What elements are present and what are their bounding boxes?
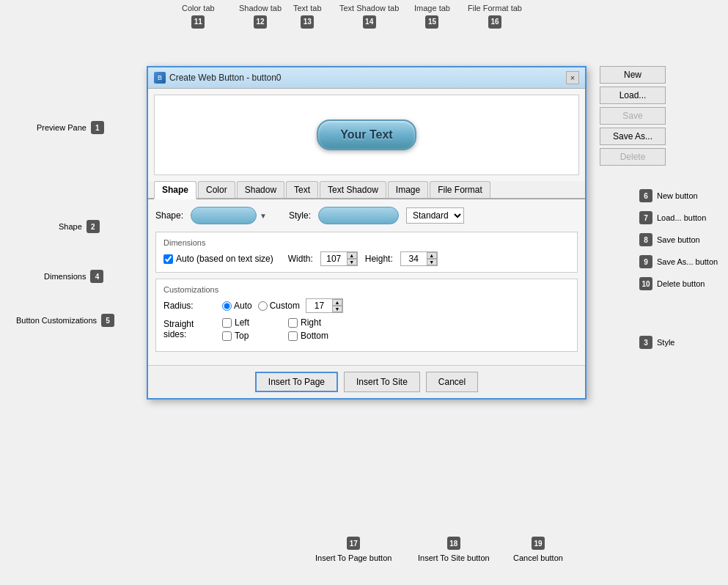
- width-label: Width:: [288, 254, 313, 264]
- text-shadow-tab-label: Text Shadow tab 14: [339, 4, 399, 29]
- right-annotation-style: 3 Style: [639, 336, 674, 349]
- delete-button[interactable]: Delete: [600, 148, 666, 166]
- tab-text-shadow[interactable]: Text Shadow: [320, 181, 386, 198]
- shape-select-wrapper: ▼: [191, 207, 267, 224]
- bottom-annotation-17: 17 Insert To Page button: [315, 537, 391, 563]
- file-format-tab-label: File Format tab 16: [468, 4, 522, 29]
- straight-sides-grid: Left Right Top Bottom: [222, 317, 347, 341]
- right-annotation-new: 6 New button: [639, 189, 698, 202]
- auto-checkbox[interactable]: [163, 254, 173, 264]
- load-button[interactable]: Load...: [600, 87, 666, 104]
- top-checkbox-label[interactable]: Top: [222, 331, 281, 341]
- right-annotation-delete: 10 Delete button: [639, 277, 705, 290]
- tab-content: Shape: ▼ Style: Standard Rounded Square …: [148, 199, 585, 365]
- left-annotation-dimensions: Dimensions 4: [44, 270, 103, 283]
- bottom-checkbox[interactable]: [288, 331, 298, 341]
- style-dropdown[interactable]: Standard Rounded Square: [406, 207, 464, 224]
- dimensions-row: Auto (based on text size) Width: ▲ ▼ Hei…: [163, 251, 570, 266]
- right-annotation-load: 7 Load... button: [639, 211, 706, 224]
- tab-color[interactable]: Color: [198, 181, 235, 198]
- height-spinbox: ▲ ▼: [400, 251, 438, 266]
- preview-pane: Your Text: [154, 95, 579, 175]
- close-button[interactable]: ×: [566, 71, 579, 84]
- bottom-annotation-19: 19 Cancel button: [513, 537, 563, 563]
- shape-preview-button[interactable]: [191, 207, 257, 224]
- tabs-row: Shape Color Shadow Text Text Shadow Imag…: [148, 181, 585, 199]
- right-annotation-save: 8 Save button: [639, 233, 700, 246]
- right-annotation-save-as: 9 Save As... button: [639, 255, 718, 268]
- dimensions-section: Dimensions Auto (based on text size) Wid…: [155, 232, 578, 273]
- shape-dropdown-arrow[interactable]: ▼: [260, 212, 267, 220]
- dialog-title: Create Web Button - button0: [169, 73, 282, 83]
- width-spinbox: ▲ ▼: [320, 251, 358, 266]
- left-annotation-preview: Preview Pane 1: [37, 121, 104, 134]
- cancel-button[interactable]: Cancel: [426, 372, 478, 392]
- straight-sides-label: Straight sides:: [163, 319, 215, 339]
- text-tab-label: Text tab 13: [293, 4, 322, 29]
- dialog-titlebar: B Create Web Button - button0 ×: [148, 67, 585, 89]
- tab-text[interactable]: Text: [286, 181, 318, 198]
- insert-to-page-button[interactable]: Insert To Page: [255, 372, 338, 392]
- top-tab-labels: Color tab 11 Shadow tab 12 Text tab 13 T…: [0, 0, 728, 51]
- radius-down-button[interactable]: ▼: [332, 306, 342, 312]
- radius-custom-label[interactable]: Custom: [258, 301, 300, 311]
- insert-to-site-button[interactable]: Insert To Site: [344, 372, 420, 392]
- height-label: Height:: [365, 254, 393, 264]
- color-tab-label: Color tab 11: [182, 4, 215, 29]
- save-button[interactable]: Save: [600, 107, 666, 125]
- preview-button: Your Text: [317, 119, 416, 150]
- tab-image[interactable]: Image: [388, 181, 428, 198]
- style-select-wrapper: [318, 207, 399, 224]
- dimensions-title: Dimensions: [163, 238, 570, 247]
- shadow-tab-label: Shadow tab 12: [239, 4, 282, 29]
- radius-spinbox: ▲ ▼: [306, 298, 343, 313]
- radius-row: Radius: Auto Custom ▲ ▼: [163, 298, 570, 313]
- height-up-button[interactable]: ▲: [427, 252, 437, 259]
- width-input[interactable]: [321, 253, 347, 265]
- new-button[interactable]: New: [600, 66, 666, 84]
- width-up-button[interactable]: ▲: [347, 252, 357, 259]
- main-dialog: B Create Web Button - button0 × Your Tex…: [147, 66, 587, 400]
- save-as-button[interactable]: Save As...: [600, 128, 666, 145]
- side-panel: New Load... Save Save As... Delete: [600, 66, 666, 166]
- radius-up-button[interactable]: ▲: [332, 299, 342, 306]
- tab-shape[interactable]: Shape: [154, 181, 196, 199]
- style-preview-button[interactable]: [318, 207, 399, 224]
- radius-radio-group: Auto Custom ▲ ▼: [222, 298, 343, 313]
- bottom-annotation-18: 18 Insert To Site button: [418, 537, 490, 563]
- left-annotation-customizations: Button Customizations 5: [16, 314, 114, 327]
- left-checkbox[interactable]: [222, 318, 232, 328]
- width-down-button[interactable]: ▼: [347, 259, 357, 265]
- radius-custom-radio[interactable]: [258, 301, 268, 311]
- right-checkbox[interactable]: [288, 318, 298, 328]
- radius-auto-radio[interactable]: [222, 301, 232, 311]
- shape-label: Shape:: [155, 210, 183, 221]
- radius-label: Radius:: [163, 301, 215, 311]
- straight-sides-row: Straight sides: Left Right Top: [163, 317, 570, 341]
- auto-checkbox-label[interactable]: Auto (based on text size): [163, 254, 273, 264]
- height-input[interactable]: [401, 253, 427, 265]
- height-down-button[interactable]: ▼: [427, 259, 437, 265]
- bottom-checkbox-label[interactable]: Bottom: [288, 331, 347, 341]
- tab-file-format[interactable]: File Format: [430, 181, 490, 198]
- left-annotation-shape: Shape 2: [59, 220, 100, 233]
- radius-input[interactable]: [306, 300, 332, 312]
- shape-row: Shape: ▼ Style: Standard Rounded Square: [155, 207, 578, 224]
- tab-shadow[interactable]: Shadow: [237, 181, 284, 198]
- customizations-title: Customizations: [163, 285, 570, 294]
- dialog-footer: Insert To Page Insert To Site Cancel: [148, 365, 585, 398]
- right-checkbox-label[interactable]: Right: [288, 317, 347, 328]
- left-checkbox-label[interactable]: Left: [222, 317, 281, 328]
- customizations-section: Customizations Radius: Auto Custom: [155, 279, 578, 352]
- dialog-icon: B: [154, 72, 166, 84]
- style-label: Style:: [289, 210, 311, 221]
- image-tab-label: Image tab 15: [414, 4, 450, 29]
- top-checkbox[interactable]: [222, 331, 232, 341]
- radius-auto-label[interactable]: Auto: [222, 301, 252, 311]
